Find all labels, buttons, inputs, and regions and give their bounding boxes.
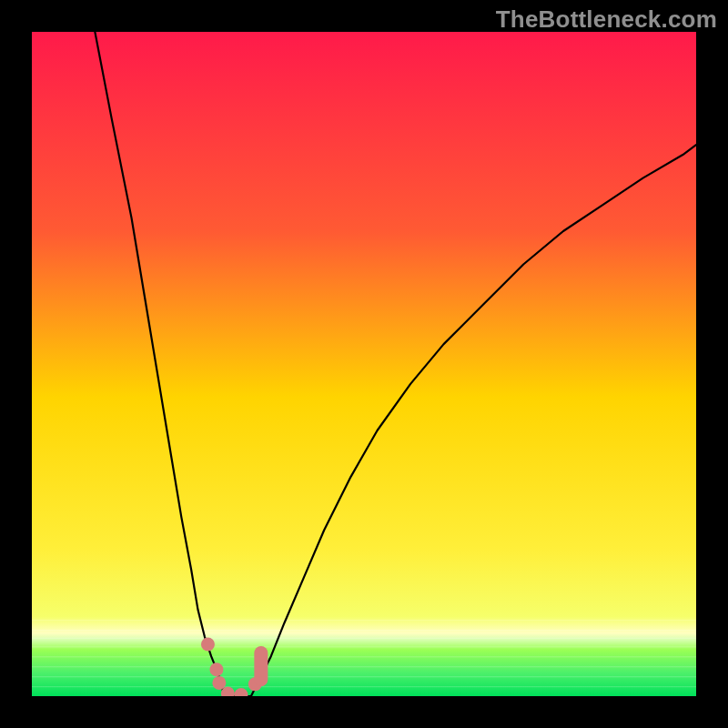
data-marker xyxy=(209,662,223,676)
gradient-bg xyxy=(32,32,696,696)
band-line xyxy=(32,656,696,657)
data-marker xyxy=(212,676,226,690)
data-marker-pill xyxy=(254,646,268,686)
plot-area xyxy=(32,32,696,696)
band-line xyxy=(32,638,696,639)
band-line xyxy=(32,666,696,667)
watermark-text: TheBottleneck.com xyxy=(496,5,717,34)
plot-svg xyxy=(32,32,696,696)
band-line xyxy=(32,676,696,677)
band-line xyxy=(32,620,696,621)
data-marker xyxy=(201,638,215,652)
band-line xyxy=(32,630,696,631)
band-line xyxy=(32,686,696,687)
chart-frame: TheBottleneck.com xyxy=(0,0,728,728)
band-line xyxy=(32,646,696,647)
